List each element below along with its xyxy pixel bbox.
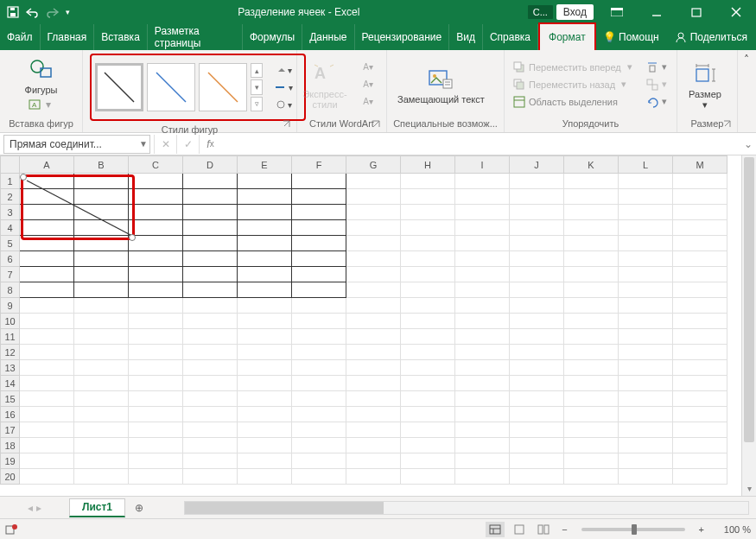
chevron-down-icon[interactable]: ▼ — [139, 139, 148, 149]
cell[interactable] — [74, 360, 129, 376]
cell[interactable] — [183, 453, 238, 469]
cell[interactable] — [129, 453, 183, 469]
rotate-button[interactable]: ▾ — [645, 94, 669, 110]
cell[interactable] — [20, 407, 74, 422]
cell[interactable] — [510, 469, 564, 485]
cell[interactable] — [510, 298, 564, 314]
cell[interactable] — [292, 422, 346, 438]
row-header[interactable]: 1 — [1, 174, 20, 189]
cell[interactable] — [619, 407, 673, 422]
cell[interactable] — [401, 298, 455, 314]
cell[interactable] — [455, 376, 510, 391]
cell[interactable] — [510, 453, 564, 469]
cell[interactable] — [564, 407, 619, 422]
column-header[interactable]: F — [292, 156, 346, 174]
cell[interactable] — [455, 345, 510, 360]
cell[interactable] — [401, 345, 455, 360]
cell[interactable] — [183, 329, 238, 345]
gallery-scroll[interactable]: ▴▾▿ — [251, 63, 263, 111]
cell[interactable] — [20, 282, 74, 298]
cell[interactable] — [564, 267, 619, 282]
cell[interactable] — [619, 298, 673, 314]
zoom-level[interactable]: 100 % — [713, 524, 751, 535]
cell[interactable] — [455, 391, 510, 407]
row-header[interactable]: 17 — [1, 422, 20, 438]
enter-formula-button[interactable]: ✓ — [176, 135, 199, 154]
cell[interactable] — [564, 376, 619, 391]
page-layout-view-button[interactable] — [510, 522, 529, 537]
cell[interactable] — [455, 329, 510, 345]
spreadsheet-grid[interactable]: ABCDEFGHIJKLM123456789101112131415161718… — [0, 155, 756, 496]
save-icon[interactable] — [7, 6, 19, 18]
cell[interactable] — [292, 360, 346, 376]
cell[interactable] — [401, 422, 455, 438]
cell[interactable] — [673, 205, 727, 220]
size-launcher[interactable] — [723, 120, 734, 130]
cell[interactable] — [564, 469, 619, 485]
cell[interactable] — [183, 298, 238, 314]
cell[interactable] — [183, 174, 238, 189]
cell[interactable] — [238, 453, 292, 469]
size-button[interactable]: Размер▾ — [684, 58, 726, 111]
shape-fill-button[interactable]: ▾ — [266, 62, 301, 78]
cell[interactable] — [673, 236, 727, 251]
cell[interactable] — [401, 376, 455, 391]
cell[interactable] — [673, 438, 727, 453]
tab-файл[interactable]: Файл — [0, 24, 41, 50]
cell[interactable] — [510, 205, 564, 220]
name-box[interactable]: Прямая соединит... ▼ — [3, 135, 150, 154]
cell[interactable] — [346, 267, 401, 282]
cell[interactable] — [292, 376, 346, 391]
cell[interactable] — [346, 314, 401, 329]
cell[interactable] — [455, 360, 510, 376]
prev-sheet-button[interactable]: ◂ — [28, 502, 33, 514]
cell[interactable] — [510, 345, 564, 360]
cell[interactable] — [74, 314, 129, 329]
cell[interactable] — [292, 345, 346, 360]
redo-icon[interactable] — [45, 6, 60, 18]
cell[interactable] — [619, 251, 673, 267]
tab-формулы[interactable]: Формулы — [243, 24, 302, 50]
cell[interactable] — [510, 220, 564, 236]
cell[interactable] — [20, 236, 74, 251]
selection-pane-button[interactable]: Область выделения — [511, 94, 634, 110]
cell[interactable] — [564, 298, 619, 314]
maximize-button[interactable] — [677, 0, 716, 24]
vertical-scrollbar[interactable]: ▴ ▾ — [741, 155, 756, 496]
cell[interactable] — [238, 174, 292, 189]
cancel-formula-button[interactable]: ✕ — [154, 135, 176, 154]
row-header[interactable]: 6 — [1, 251, 20, 267]
cell[interactable] — [673, 282, 727, 298]
cell[interactable] — [292, 407, 346, 422]
new-sheet-button[interactable]: ⊕ — [129, 498, 149, 517]
cell[interactable] — [401, 469, 455, 485]
cell[interactable] — [129, 267, 183, 282]
cell[interactable] — [129, 469, 183, 485]
zoom-out-button[interactable]: − — [558, 524, 570, 535]
cell[interactable] — [673, 314, 727, 329]
cell[interactable] — [673, 391, 727, 407]
cell[interactable] — [183, 438, 238, 453]
cell[interactable] — [455, 282, 510, 298]
cell[interactable] — [238, 267, 292, 282]
cell[interactable] — [673, 329, 727, 345]
cell[interactable] — [346, 376, 401, 391]
cell[interactable] — [292, 205, 346, 220]
cell[interactable] — [564, 282, 619, 298]
close-button[interactable] — [716, 0, 756, 24]
macro-record-icon[interactable] — [5, 523, 17, 536]
cell[interactable] — [129, 438, 183, 453]
cell[interactable] — [564, 453, 619, 469]
cell[interactable] — [74, 174, 129, 189]
zoom-slider-knob[interactable] — [632, 524, 637, 535]
cell[interactable] — [455, 189, 510, 205]
column-header[interactable]: C — [129, 156, 183, 174]
signin-button[interactable]: Вход — [556, 4, 594, 20]
cell[interactable] — [346, 407, 401, 422]
cell[interactable] — [455, 236, 510, 251]
cell[interactable] — [346, 298, 401, 314]
cell[interactable] — [238, 205, 292, 220]
cell[interactable] — [238, 314, 292, 329]
cell[interactable] — [74, 298, 129, 314]
cell[interactable] — [183, 205, 238, 220]
